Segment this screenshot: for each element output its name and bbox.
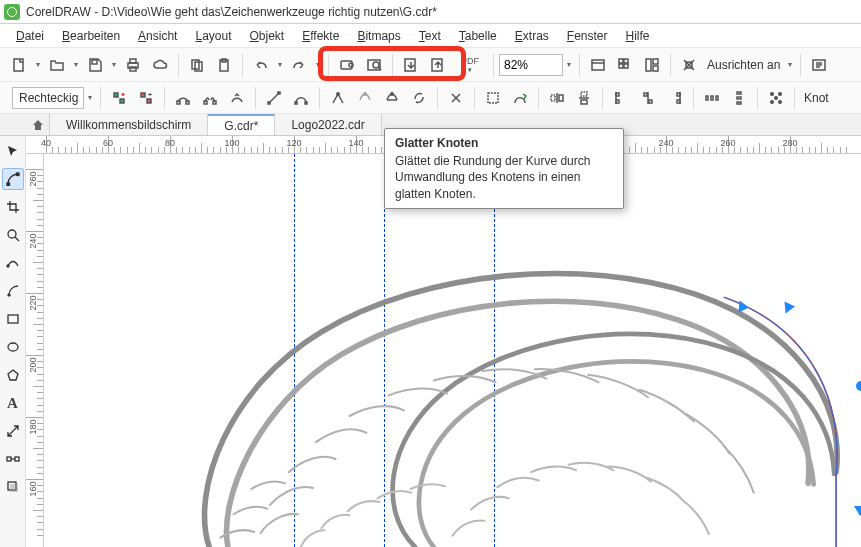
node-handle[interactable] — [784, 301, 795, 314]
menu-ansicht[interactable]: Ansicht — [130, 26, 185, 46]
pick-tool[interactable] — [2, 140, 24, 162]
cloud-button[interactable] — [147, 52, 173, 78]
dropdown-icon[interactable]: ▾ — [785, 60, 795, 69]
menu-effekte[interactable]: Effekte — [294, 26, 347, 46]
extract-subpath-button[interactable] — [443, 85, 469, 111]
polygon-tool[interactable] — [2, 364, 24, 386]
title-bar: CorelDRAW - D:\Video\Wie geht das\Zeiche… — [0, 0, 861, 24]
symmetric-node-button[interactable] — [379, 85, 405, 111]
parallel-dimension-tool[interactable] — [2, 420, 24, 442]
node-handle[interactable] — [738, 301, 749, 314]
fullscreen-button[interactable] — [585, 52, 611, 78]
node-count-button[interactable] — [763, 85, 789, 111]
rectangle-tool[interactable] — [2, 308, 24, 330]
options-button[interactable] — [806, 52, 832, 78]
shape-mode-select[interactable]: Rechteckig — [12, 87, 84, 109]
dropdown-icon[interactable]: ▾ — [313, 60, 323, 69]
document-tab[interactable]: Logo2022.cdr — [275, 114, 381, 135]
menu-bitmaps[interactable]: Bitmaps — [349, 26, 408, 46]
menu-text[interactable]: Text — [411, 26, 449, 46]
shape-tool[interactable] — [2, 168, 24, 190]
open-button[interactable] — [44, 52, 70, 78]
artistic-media-button[interactable] — [334, 52, 360, 78]
menu-layout[interactable]: Layout — [187, 26, 239, 46]
dropdown-icon[interactable]: ▾ — [109, 60, 119, 69]
add-node-button[interactable] — [106, 85, 132, 111]
delete-node-button[interactable] — [133, 85, 159, 111]
import-button[interactable] — [398, 52, 424, 78]
snap-button[interactable] — [676, 52, 702, 78]
drawing-canvas[interactable] — [44, 154, 861, 547]
home-tab[interactable] — [26, 114, 50, 135]
zoom-level-input[interactable] — [499, 54, 563, 76]
text-tool[interactable]: A — [2, 392, 24, 414]
dockers-button[interactable] — [639, 52, 665, 78]
align-nodes-left-button[interactable] — [608, 85, 634, 111]
export-button[interactable] — [425, 52, 451, 78]
reflect-nodes-h-button[interactable] — [544, 85, 570, 111]
svg-rect-27 — [141, 93, 145, 97]
to-curve-button[interactable] — [288, 85, 314, 111]
grid-button[interactable] — [612, 52, 638, 78]
svg-rect-44 — [581, 100, 587, 104]
svg-rect-4 — [130, 67, 136, 71]
align-nodes-right-button[interactable] — [662, 85, 688, 111]
document-tab[interactable]: G.cdr* — [208, 114, 275, 135]
menu-extras[interactable]: Extras — [507, 26, 557, 46]
copy-button[interactable] — [184, 52, 210, 78]
connector-tool[interactable] — [2, 448, 24, 470]
freehand-tool[interactable] — [2, 252, 24, 274]
menu-datei[interactable]: Datei — [8, 26, 52, 46]
dropdown-icon[interactable]: ▾ — [564, 60, 574, 69]
menu-fenster[interactable]: Fenster — [559, 26, 616, 46]
svg-point-39 — [391, 92, 393, 94]
join-nodes-button[interactable] — [170, 85, 196, 111]
ruler-tick-label: 80 — [165, 138, 175, 148]
svg-rect-0 — [14, 59, 23, 71]
dropdown-icon[interactable]: ▾ — [85, 93, 95, 102]
dropdown-icon[interactable]: ▾ — [71, 60, 81, 69]
print-button[interactable] — [120, 52, 146, 78]
reflect-nodes-v-button[interactable] — [571, 85, 597, 111]
crop-tool[interactable] — [2, 196, 24, 218]
ruler-tick-label: 260 — [28, 171, 38, 186]
to-line-button[interactable] — [261, 85, 287, 111]
publish-pdf-button[interactable]: PDF▾ — [452, 52, 488, 78]
paste-button[interactable] — [211, 52, 237, 78]
select-all-nodes-button[interactable] — [507, 85, 533, 111]
redo-button[interactable] — [286, 52, 312, 78]
save-button[interactable] — [82, 52, 108, 78]
distribute-nodes-h-button[interactable] — [699, 85, 725, 111]
selected-node[interactable] — [856, 381, 861, 391]
drop-shadow-tool[interactable] — [2, 476, 24, 498]
distribute-nodes-v-button[interactable] — [726, 85, 752, 111]
snap-label: Ausrichten an — [707, 58, 780, 72]
reverse-direction-button[interactable] — [406, 85, 432, 111]
ruler-vertical[interactable]: 260240220200180160 — [26, 154, 44, 547]
smooth-node-button[interactable] — [352, 85, 378, 111]
document-tab[interactable]: Willkommensbildschirm — [50, 114, 208, 135]
ellipse-tool[interactable] — [2, 336, 24, 358]
break-node-button[interactable] — [197, 85, 223, 111]
align-nodes-center-button[interactable] — [635, 85, 661, 111]
zoom-tool[interactable] — [2, 224, 24, 246]
search-button[interactable] — [361, 52, 387, 78]
dropdown-icon[interactable]: ▾ — [275, 60, 285, 69]
dropdown-icon[interactable]: ▾ — [33, 60, 43, 69]
node-handle[interactable] — [854, 506, 861, 516]
menu-tabelle[interactable]: Tabelle — [451, 26, 505, 46]
artistic-media-tool[interactable] — [2, 280, 24, 302]
new-document-button[interactable] — [6, 52, 32, 78]
svg-rect-48 — [649, 100, 652, 103]
svg-rect-63 — [16, 173, 19, 176]
menu-hilfe[interactable]: Hilfe — [618, 26, 658, 46]
separator — [493, 54, 494, 76]
menu-bearbeiten[interactable]: Bearbeiten — [54, 26, 128, 46]
menu-objekt[interactable]: Objekt — [242, 26, 293, 46]
cusp-node-button[interactable] — [325, 85, 351, 111]
undo-button[interactable] — [248, 52, 274, 78]
separator — [602, 87, 603, 109]
ruler-tick-label: 240 — [28, 233, 38, 248]
elastic-mode-button[interactable] — [480, 85, 506, 111]
extend-curve-button[interactable] — [224, 85, 250, 111]
